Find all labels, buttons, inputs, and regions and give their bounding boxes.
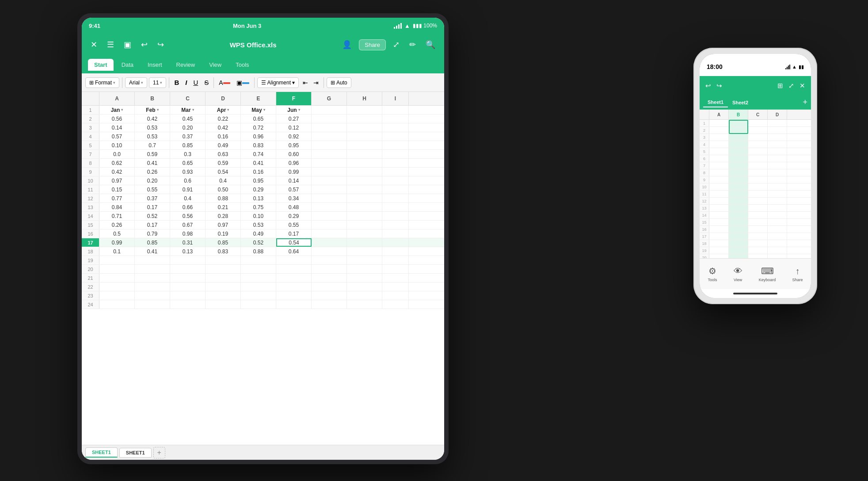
phone-cell[interactable] <box>709 226 729 233</box>
cell[interactable] <box>347 265 382 273</box>
cell[interactable] <box>347 132 382 141</box>
cell[interactable]: 0.7 <box>135 141 170 149</box>
phone-cell[interactable] <box>768 191 787 197</box>
cell[interactable]: 0.99 <box>99 238 135 247</box>
phone-cell[interactable] <box>729 169 748 176</box>
cell[interactable] <box>312 300 347 309</box>
cell[interactable] <box>241 300 276 309</box>
list-item[interactable]: 15 <box>700 219 811 226</box>
cell[interactable]: 0.42 <box>99 168 135 176</box>
cell[interactable] <box>312 194 347 202</box>
tab-tools[interactable]: Tools <box>229 59 255 71</box>
phone-cell[interactable] <box>748 134 768 141</box>
cell[interactable]: 0.59 <box>206 159 241 167</box>
cell[interactable] <box>382 221 409 229</box>
phone-cell[interactable] <box>709 176 729 183</box>
cell[interactable]: 0.97 <box>99 176 135 185</box>
cell[interactable] <box>347 194 382 202</box>
cell[interactable] <box>170 291 206 300</box>
edit-button[interactable]: ✏ <box>407 38 419 51</box>
cell[interactable] <box>347 115 382 123</box>
cell[interactable] <box>382 176 409 185</box>
cell[interactable] <box>347 212 382 220</box>
cell[interactable]: Jun ▾ <box>276 106 312 114</box>
tab-start[interactable]: Start <box>88 59 114 71</box>
list-item[interactable]: 16 <box>700 226 811 233</box>
table-row[interactable]: 19 <box>82 256 444 265</box>
cell[interactable] <box>382 274 409 282</box>
phone-cell[interactable] <box>709 247 729 254</box>
cell[interactable] <box>382 106 409 114</box>
cell[interactable]: 0.13 <box>241 194 276 202</box>
phone-cell[interactable] <box>729 155 748 162</box>
list-item[interactable]: 20 <box>700 254 811 258</box>
cell[interactable]: 0.53 <box>241 221 276 229</box>
cell[interactable] <box>347 203 382 211</box>
cell[interactable]: 0.6 <box>170 176 206 185</box>
cell[interactable] <box>347 168 382 176</box>
cell[interactable] <box>276 274 312 282</box>
cell[interactable] <box>382 185 409 194</box>
table-row[interactable]: 30.140.530.200.420.720.12 <box>82 123 444 132</box>
cell[interactable]: 0.20 <box>170 123 206 132</box>
cell[interactable]: 0.20 <box>135 176 170 185</box>
phone-cell[interactable] <box>709 191 729 197</box>
cell[interactable]: 0.95 <box>241 176 276 185</box>
cell[interactable]: 0.12 <box>276 123 312 132</box>
cell[interactable]: Mar ▾ <box>170 106 206 114</box>
phone-cell[interactable] <box>768 141 787 148</box>
phone-cell[interactable] <box>748 183 768 190</box>
cell[interactable] <box>347 291 382 300</box>
cell[interactable]: 0.85 <box>170 141 206 149</box>
phone-cell[interactable] <box>748 176 768 183</box>
cell[interactable] <box>382 256 409 264</box>
phone-cell[interactable] <box>748 198 768 204</box>
cell[interactable] <box>382 229 409 238</box>
cell[interactable]: 0.27 <box>276 115 312 123</box>
phone-cell[interactable] <box>768 247 787 254</box>
phone-fullscreen-button[interactable]: ⤢ <box>787 80 796 91</box>
list-item[interactable]: 12 <box>700 198 811 205</box>
cell[interactable]: 0.15 <box>99 185 135 194</box>
phone-cell[interactable] <box>729 183 748 190</box>
cell[interactable]: 0.85 <box>135 238 170 247</box>
cell[interactable]: 0.14 <box>99 123 135 132</box>
phone-undo-button[interactable]: ↩ <box>704 80 712 91</box>
phone-close-button[interactable]: ✕ <box>798 80 807 91</box>
cell[interactable] <box>347 221 382 229</box>
phone-layout-button[interactable]: ⊞ <box>776 80 784 91</box>
phone-redo-button[interactable]: ↪ <box>715 80 723 91</box>
cell[interactable] <box>170 265 206 273</box>
cell[interactable] <box>206 274 241 282</box>
cell[interactable]: 0.56 <box>170 212 206 220</box>
cell[interactable]: 0.91 <box>170 185 206 194</box>
cell[interactable]: 0.55 <box>276 221 312 229</box>
phone-cell[interactable] <box>748 191 768 197</box>
cell[interactable]: 0.45 <box>170 115 206 123</box>
phone-cell[interactable] <box>768 254 787 258</box>
cell[interactable]: 0.77 <box>99 194 135 202</box>
phone-cell[interactable] <box>709 233 729 240</box>
cell[interactable] <box>276 265 312 273</box>
cell[interactable] <box>135 282 170 291</box>
phone-cell[interactable] <box>709 183 729 190</box>
list-item[interactable]: 6 <box>700 155 811 162</box>
cell[interactable] <box>99 300 135 309</box>
cell[interactable] <box>170 274 206 282</box>
cell[interactable]: 0.26 <box>99 221 135 229</box>
cell[interactable]: 0.42 <box>206 123 241 132</box>
col-header-b[interactable]: B <box>135 92 170 105</box>
cell[interactable]: 0.29 <box>276 212 312 220</box>
phone-cell[interactable] <box>729 141 748 148</box>
list-item[interactable]: 10 <box>700 183 811 191</box>
cell[interactable]: 0.14 <box>276 176 312 185</box>
cell[interactable]: 0.41 <box>135 247 170 256</box>
add-sheet-button[interactable]: + <box>153 447 165 458</box>
cell[interactable]: 0.84 <box>99 203 135 211</box>
phone-cell[interactable] <box>709 120 729 126</box>
table-row[interactable]: 20.560.420.450.220.650.27 <box>82 115 444 123</box>
cell[interactable] <box>170 256 206 264</box>
phone-cell[interactable] <box>768 233 787 240</box>
phone-cell[interactable] <box>709 169 729 176</box>
cell[interactable]: 0.54 <box>206 168 241 176</box>
